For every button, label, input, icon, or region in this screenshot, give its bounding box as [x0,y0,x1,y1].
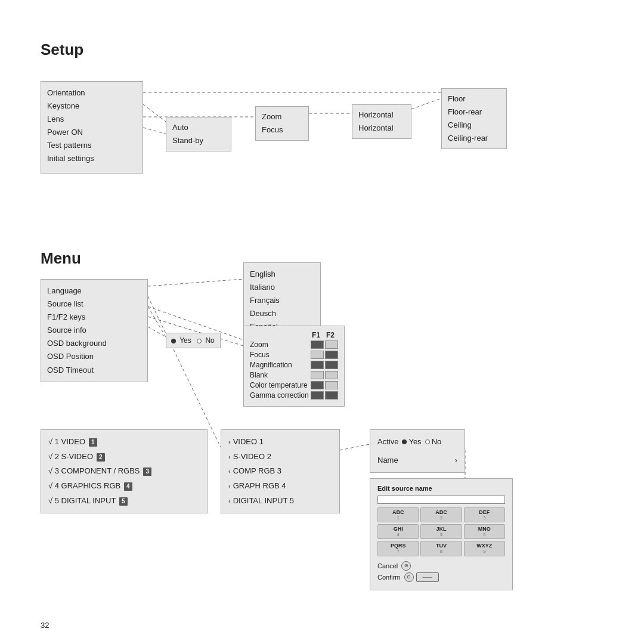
confirm-label: Confirm [377,574,401,581]
setup-orientation: Orientation [47,86,137,100]
kb-key-8[interactable]: WXYZ9 [464,541,505,556]
setup-horiz-box: Horizontal Horizontal [352,104,411,139]
kb-key-0[interactable]: ABC1 [377,507,419,522]
setup-lens-box: Zoom Focus [255,106,309,141]
lang-francais: Français [250,294,314,307]
active-name-box: Active Yes No Name › [370,429,465,473]
menu-language: Language [47,284,141,298]
menu-osd-background: OSD background [47,337,141,350]
kb-key-5[interactable]: MNO6 [464,524,505,539]
f1f2-cell-f1-2 [311,361,324,369]
menu-box: Language Source list F1/F2 keys Source i… [41,279,148,382]
svg-line-7 [148,296,221,447]
menu-osd-timeout: OSD Timeout [47,364,141,377]
setup-focus: Focus [262,123,302,137]
f1f2-row-4: Color temperature [250,381,338,389]
keyboard-grid: ABC1ABC2DEF3GHI4JKL5MNO6PQRS7TUV8WXYZ9 [377,507,505,556]
setup-standby: Stand-by [172,134,225,147]
active-no: No [432,435,442,450]
svg-line-12 [340,444,370,450]
wide-confirm-button[interactable]: —— [416,572,439,582]
svg-line-3 [143,128,167,134]
confirm-button[interactable]: ⊙ [404,572,414,582]
setup-test-patterns: Test patterns [47,139,137,152]
source-right-item-3: ‹GRAPH RGB 4 [228,479,332,494]
source-list-box: √ 1 VIDEO 1√ 2 S-VIDEO 2√ 3 COMPONENT / … [41,429,208,513]
svg-line-8 [148,306,166,337]
source-badge-2: 3 [143,467,151,476]
f1f2-row-label-3: Blank [250,371,309,379]
f1f2-cell-f1-1 [311,351,324,359]
svg-line-11 [148,327,166,337]
setup-zoom: Zoom [262,110,302,123]
source-left-item-2: √ 3 COMPONENT / RGBS 3 [48,464,200,479]
f1f2-row-0: Zoom [250,340,338,349]
f1f2-cell-f1-0 [311,340,324,349]
cancel-button[interactable]: ⊙ [401,561,411,571]
f1f2-row-label-1: Focus [250,351,309,359]
yes-dot [171,339,176,343]
chevron-3: ‹ [228,482,231,490]
menu-f1f2-keys: F1/F2 keys [47,311,141,324]
name-label: Name [377,453,398,468]
f1f2-row-label-4: Color temperature [250,381,309,389]
source-check-0: √ 1 VIDEO [48,437,88,446]
setup-power-box: Auto Stand-by [166,117,231,151]
source-badge-0: 1 [89,438,97,447]
f1f2-cell-f2-1 [325,351,338,359]
active-yes: Yes [408,435,421,450]
source-left-item-3: √ 4 GRAPHICS RGB 4 [48,479,200,494]
chevron-1: ‹ [228,453,231,460]
source-right-item-0: ‹VIDEO 1 [228,435,332,450]
f1f2-cell-f2-3 [325,371,338,379]
source-check-3: √ 4 GRAPHICS RGB [48,481,123,490]
kb-key-3[interactable]: GHI4 [377,524,419,539]
f1f2-row-3: Blank [250,371,338,379]
source-right-item-4: ‹DIGITAL INPUT 5 [228,494,332,509]
setup-horiz-2: Horizontal [358,122,405,135]
f1f2-cell-f1-5 [311,391,324,400]
setup-auto: Auto [172,121,225,134]
name-row: Name › [377,453,457,468]
setup-floor: Floor [448,92,500,106]
f1f2-row-1: Focus [250,351,338,359]
active-no-dot [425,439,430,444]
f1f2-cell-f1-4 [311,381,324,389]
chevron-4: ‹ [228,497,231,504]
edit-source-title: Edit source name [377,485,505,492]
menu-source-info: Source info [47,324,141,337]
source-right-item-2: ‹COMP RGB 3 [228,464,332,479]
f1f2-cell-f2-0 [325,340,338,349]
kb-key-2[interactable]: DEF3 [464,507,505,522]
kb-key-7[interactable]: TUV8 [420,541,462,556]
kb-grid: ABC1ABC2DEF3GHI4JKL5MNO6PQRS7TUV8WXYZ9 [377,507,505,556]
setup-keystone: Keystone [47,100,137,113]
menu-f1f2-box: F1 F2 ZoomFocusMagnificationBlankColor t… [243,326,345,407]
f1f2-row-label-2: Magnification [250,361,309,369]
svg-line-5 [411,98,441,109]
page-number: 32 [41,621,49,630]
menu-osd-position: OSD Position [47,350,141,363]
kb-key-6[interactable]: PQRS7 [377,541,419,556]
yes-label: Yes [179,336,191,345]
setup-floor-rear: Floor-rear [448,106,500,119]
source-right-box: ‹VIDEO 1‹S-VIDEO 2‹COMP RGB 3‹GRAPH RGB … [221,429,340,513]
kb-key-1[interactable]: ABC2 [420,507,462,522]
f1f2-cell-f2-5 [325,391,338,400]
setup-horiz-1: Horizontal [358,109,405,122]
active-yes-dot [402,439,407,444]
f1f2-cell-f2-4 [325,381,338,389]
kb-key-4[interactable]: JKL5 [420,524,462,539]
f1f2-row-2: Magnification [250,361,338,369]
menu-source-list: Source list [47,298,141,311]
f1f2-row-label-5: Gamma correction [250,391,309,400]
f1-header: F1 [309,331,323,339]
setup-ceiling-rear: Ceiling-rear [448,132,500,145]
edit-source-input[interactable] [377,496,505,504]
no-dot [197,339,202,343]
source-badge-3: 4 [124,482,132,491]
f1f2-row-label-0: Zoom [250,340,309,349]
menu-yesno-box: Yes No [166,333,221,348]
f1f2-cell-f1-3 [311,371,324,379]
source-check-2: √ 3 COMPONENT / RGBS [48,466,142,475]
